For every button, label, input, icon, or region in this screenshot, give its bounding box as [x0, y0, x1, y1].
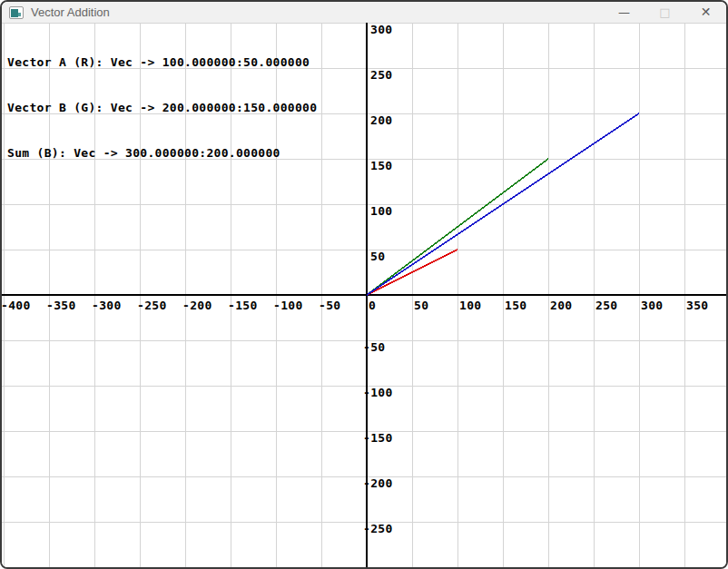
x-tick-label-150: 150	[505, 299, 526, 312]
y-tick-label--100: -100	[363, 386, 393, 399]
app-icon-fill	[11, 9, 18, 17]
close-button[interactable]: ✕	[685, 2, 726, 23]
x-tick-label-50: 50	[414, 299, 428, 312]
x-tick-label--350: -350	[46, 299, 76, 312]
app-icon-dot	[18, 13, 21, 16]
vector-a-readout: Vector A (R): Vec -> 100.000000:50.00000…	[7, 55, 317, 74]
x-tick-label-300: 300	[641, 299, 663, 312]
minimize-button[interactable]: —	[604, 2, 644, 23]
y-tick-label-50: 50	[370, 250, 385, 263]
titlebar[interactable]: Vector Addition — □ ✕	[2, 2, 726, 23]
x-tick-label-100: 100	[459, 299, 481, 312]
y-tick-label-100: 100	[370, 204, 392, 218]
app-icon	[9, 6, 24, 19]
x-tick-label--100: -100	[273, 299, 303, 312]
app-window: Vector Addition — □ ✕ -400-350-300-250-2…	[0, 0, 728, 569]
y-tick-label-200: 200	[370, 113, 392, 127]
window-title: Vector Addition	[31, 5, 110, 19]
x-tick-label-200: 200	[550, 299, 572, 312]
vector-b-readout: Vector B (G): Vec -> 200.000000:150.0000…	[7, 101, 317, 119]
vector-readout: Vector A (R): Vec -> 100.000000:50.00000…	[7, 28, 317, 191]
x-tick-label-0: 0	[369, 299, 376, 312]
x-tick-label--400: -400	[2, 299, 31, 312]
x-tick-label-250: 250	[595, 299, 617, 312]
window-controls: — □ ✕	[604, 2, 726, 23]
x-tick-label-350: 350	[686, 299, 708, 312]
plot-canvas: -400-350-300-250-200-150-100-50050100150…	[2, 23, 726, 567]
y-tick-label-250: 250	[370, 68, 392, 82]
y-tick-label--250: -250	[363, 522, 393, 535]
x-tick-label--200: -200	[182, 299, 212, 312]
maximize-button[interactable]: □	[644, 2, 685, 23]
x-tick-label--150: -150	[228, 299, 258, 312]
x-tick-label--250: -250	[137, 299, 167, 312]
y-tick-label--200: -200	[363, 476, 393, 490]
x-tick-label--50: -50	[319, 299, 340, 312]
y-tick-label-300: 300	[370, 23, 392, 36]
y-tick-label-150: 150	[370, 159, 392, 172]
x-tick-label--300: -300	[92, 299, 122, 312]
y-tick-label--150: -150	[363, 431, 393, 445]
sum-readout: Sum (B): Vec -> 300.000000:200.000000	[7, 146, 317, 164]
